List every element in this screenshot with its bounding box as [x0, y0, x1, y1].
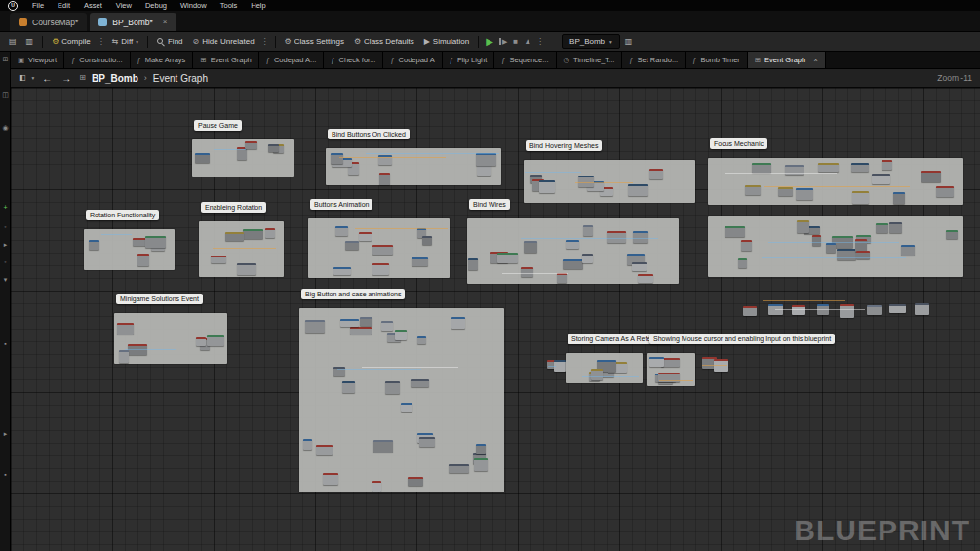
comment-body[interactable]	[467, 218, 679, 284]
graph-node[interactable]	[340, 319, 358, 327]
menu-help[interactable]: Help	[244, 1, 272, 10]
compile-button[interactable]: ⚙ Compile	[47, 35, 96, 48]
watch-icon[interactable]: ◉	[0, 124, 11, 131]
graph-canvas[interactable]: BLUEPRINT Pause GameBind Buttons On Clic…	[11, 88, 980, 551]
graph-node[interactable]	[915, 303, 929, 315]
rail-bottom-icon[interactable]: ▪	[0, 471, 11, 478]
graph-node[interactable]	[936, 186, 954, 197]
graph-node[interactable]	[524, 241, 537, 253]
graph-tab-check-for-[interactable]: ƒCheck for...	[324, 52, 383, 68]
comment-label[interactable]: Minigame Solutions Event	[116, 294, 203, 304]
menu-file[interactable]: File	[25, 1, 51, 10]
save-asset-button[interactable]: ▤	[4, 36, 21, 48]
back-button[interactable]: ←	[40, 73, 54, 84]
comment-body[interactable]	[708, 216, 963, 277]
diff-button[interactable]: ⇆ Diff ▾	[107, 35, 143, 48]
node-row[interactable]	[739, 295, 942, 323]
graph-tab-flip-light[interactable]: ƒFlip Light	[443, 52, 495, 68]
graph-node[interactable]	[745, 185, 761, 195]
panel-toggle-icon[interactable]: ◫	[0, 91, 11, 98]
comment-label[interactable]: Bind Hovering Meshes	[526, 140, 602, 151]
forward-button[interactable]: →	[59, 73, 73, 84]
graph-node[interactable]	[117, 323, 134, 334]
comment-label[interactable]: Big Button and case animations	[301, 289, 405, 299]
graph-node[interactable]	[196, 337, 206, 346]
close-icon[interactable]: ×	[163, 18, 168, 26]
compile-options-icon[interactable]: ⋮	[96, 37, 107, 46]
graph-node[interactable]	[359, 232, 371, 241]
comment-label[interactable]: Buttons Animation	[310, 199, 372, 210]
graph-node[interactable]	[582, 254, 593, 263]
graph-node[interactable]	[797, 220, 808, 233]
graph-node[interactable]	[591, 369, 603, 380]
graph-tab-viewport[interactable]: ▣Viewport	[11, 52, 64, 68]
graph-node[interactable]	[752, 163, 771, 173]
graph-node[interactable]	[778, 187, 793, 196]
graph-node[interactable]	[826, 243, 835, 253]
graph-node[interactable]	[741, 240, 752, 251]
graph-node[interactable]	[237, 263, 256, 275]
graph-node[interactable]	[583, 225, 593, 236]
graph-node[interactable]	[521, 267, 534, 278]
graph-tab-event-graph[interactable]: ⊞Event Graph×	[748, 52, 826, 68]
graph-node[interactable]	[563, 259, 583, 269]
hide-unrelated-button[interactable]: ⊘ Hide Unrelated	[188, 35, 259, 48]
comment-label[interactable]: Enableing Rotation	[201, 202, 266, 213]
graph-node[interactable]	[373, 440, 394, 452]
stop-button[interactable]: ■	[510, 38, 521, 46]
comment-body[interactable]	[647, 353, 695, 386]
graph-node[interactable]	[889, 304, 905, 313]
graph-node[interactable]	[837, 249, 856, 260]
debug-object-dropdown[interactable]: BP_Bomb ▾	[562, 34, 620, 49]
graph-node[interactable]	[303, 439, 312, 450]
graph-node[interactable]	[946, 230, 959, 240]
graph-node[interactable]	[323, 473, 338, 485]
graph-node[interactable]	[557, 273, 567, 283]
graph-node[interactable]	[243, 229, 263, 239]
graph-node[interactable]	[395, 330, 406, 340]
graph-tab-make-arrays[interactable]: ƒMake Arrays	[131, 52, 194, 68]
frame-skip-button[interactable]: ▶	[499, 38, 510, 45]
graph-node[interactable]	[342, 381, 355, 393]
comment-body[interactable]	[114, 313, 227, 364]
graph-node[interactable]	[649, 169, 663, 178]
graph-node[interactable]	[468, 258, 478, 270]
graph-node[interactable]	[372, 481, 381, 491]
find-button[interactable]: Find	[152, 35, 188, 48]
menu-edit[interactable]: Edit	[51, 1, 77, 10]
graph-node[interactable]	[305, 320, 325, 333]
collapse-icon[interactable]: ▾	[0, 276, 11, 283]
graph-node[interactable]	[661, 358, 680, 367]
graph-node[interactable]	[476, 444, 486, 454]
graph-node[interactable]	[335, 226, 348, 236]
graph-node[interactable]	[818, 163, 839, 172]
graph-node[interactable]	[876, 223, 889, 233]
graph-node[interactable]	[566, 240, 579, 249]
breadcrumb-graph[interactable]: Event Graph	[153, 73, 208, 84]
comment-body[interactable]	[299, 308, 504, 492]
graph-tab-constructio-[interactable]: ƒConstructio...	[64, 52, 130, 68]
graph-node[interactable]	[265, 228, 275, 238]
bookmark-caret-icon[interactable]: ▾	[32, 75, 35, 81]
graph-node[interactable]	[725, 226, 745, 238]
graph-node[interactable]	[743, 306, 756, 316]
graph-node[interactable]	[539, 180, 555, 192]
comment-body[interactable]	[566, 353, 643, 383]
add-icon[interactable]: +	[0, 204, 11, 211]
graph-node[interactable]	[225, 232, 244, 240]
browse-to-asset-button[interactable]: ▥	[620, 36, 638, 48]
graph-node[interactable]	[372, 263, 389, 275]
graph-tab-sequence-[interactable]: ƒSequence...	[494, 52, 556, 68]
graph-node[interactable]	[401, 403, 412, 412]
graph-node[interactable]	[411, 379, 429, 388]
comment-label[interactable]: Rotation Functionality	[86, 210, 159, 220]
graph-node[interactable]	[578, 176, 594, 187]
comment-body[interactable]	[84, 229, 175, 270]
comment-label[interactable]: Focus Mechanic	[710, 138, 767, 149]
graph-node[interactable]	[851, 163, 869, 172]
graph-node[interactable]	[449, 464, 469, 474]
graph-node[interactable]	[408, 477, 423, 486]
graph-node[interactable]	[840, 304, 853, 317]
graph-node[interactable]	[345, 241, 359, 249]
graph-node[interactable]	[211, 256, 226, 263]
